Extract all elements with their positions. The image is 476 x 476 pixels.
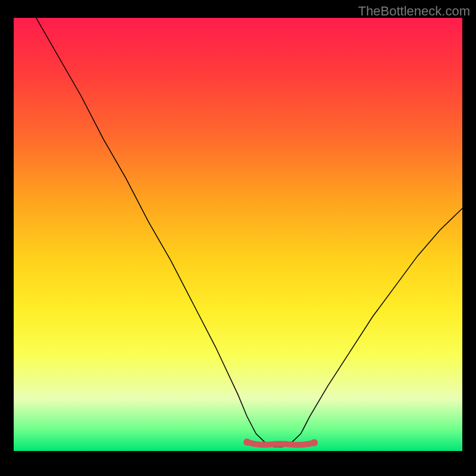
chart-plot-area [14, 18, 462, 451]
chart-svg [14, 18, 462, 451]
watermark-label: TheBottleneck.com [358, 4, 470, 19]
optimal-range-end-dot [311, 439, 318, 446]
bottleneck-curve-line [36, 18, 462, 447]
optimal-range-start-dot [243, 439, 250, 446]
optimal-range-highlight [247, 442, 314, 445]
